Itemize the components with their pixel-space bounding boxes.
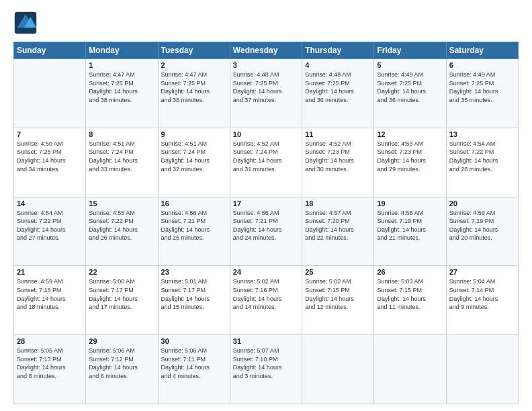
day-number: 10 [233,130,299,138]
day-cell: 19Sunrise: 4:58 AM Sunset: 7:19 PM Dayli… [374,197,446,266]
day-info: Sunrise: 4:47 AM Sunset: 7:25 PM Dayligh… [89,71,154,104]
logo [13,11,40,35]
day-info: Sunrise: 4:51 AM Sunset: 7:24 PM Dayligh… [89,140,154,173]
day-info: Sunrise: 4:48 AM Sunset: 7:25 PM Dayligh… [233,71,299,104]
day-number: 27 [449,268,515,276]
day-number: 15 [89,199,154,208]
day-info: Sunrise: 4:57 AM Sunset: 7:20 PM Dayligh… [305,209,371,242]
day-info: Sunrise: 4:49 AM Sunset: 7:25 PM Dayligh… [449,71,515,104]
day-cell: 9Sunrise: 4:51 AM Sunset: 7:24 PM Daylig… [158,128,230,197]
day-cell: 14Sunrise: 4:54 AM Sunset: 7:22 PM Dayli… [14,197,86,266]
day-info: Sunrise: 4:55 AM Sunset: 7:22 PM Dayligh… [89,209,154,242]
day-cell: 31Sunrise: 5:07 AM Sunset: 7:10 PM Dayli… [230,335,302,404]
day-cell: 3Sunrise: 4:48 AM Sunset: 7:25 PM Daylig… [230,59,302,128]
week-row-3: 14Sunrise: 4:54 AM Sunset: 7:22 PM Dayli… [14,197,519,266]
day-number: 29 [89,337,154,345]
day-cell: 1Sunrise: 4:47 AM Sunset: 7:25 PM Daylig… [86,59,158,128]
day-number: 25 [305,268,371,276]
weekday-header-wednesday: Wednesday [230,42,302,59]
day-info: Sunrise: 5:05 AM Sunset: 7:13 PM Dayligh… [17,347,83,380]
day-info: Sunrise: 5:04 AM Sunset: 7:14 PM Dayligh… [449,277,515,311]
day-number: 26 [377,268,443,276]
day-info: Sunrise: 4:51 AM Sunset: 7:24 PM Dayligh… [161,140,227,173]
day-info: Sunrise: 4:59 AM Sunset: 7:19 PM Dayligh… [449,209,515,242]
day-cell [446,335,518,404]
day-info: Sunrise: 4:49 AM Sunset: 7:25 PM Dayligh… [377,71,443,104]
calendar-body: 1Sunrise: 4:47 AM Sunset: 7:25 PM Daylig… [14,59,519,404]
day-number: 12 [377,130,443,138]
day-number: 31 [233,337,299,345]
day-cell: 29Sunrise: 5:06 AM Sunset: 7:12 PM Dayli… [86,335,158,404]
day-info: Sunrise: 4:54 AM Sunset: 7:22 PM Dayligh… [17,209,83,242]
header [13,11,519,35]
day-info: Sunrise: 4:52 AM Sunset: 7:24 PM Dayligh… [233,140,299,173]
day-cell: 25Sunrise: 5:02 AM Sunset: 7:15 PM Dayli… [302,266,374,335]
day-info: Sunrise: 5:07 AM Sunset: 7:10 PM Dayligh… [233,347,299,380]
day-cell: 5Sunrise: 4:49 AM Sunset: 7:25 PM Daylig… [374,59,446,128]
weekday-row: SundayMondayTuesdayWednesdayThursdayFrid… [14,42,519,59]
day-cell: 20Sunrise: 4:59 AM Sunset: 7:19 PM Dayli… [446,197,518,266]
day-info: Sunrise: 5:06 AM Sunset: 7:11 PM Dayligh… [161,347,227,380]
weekday-header-monday: Monday [86,42,158,59]
day-info: Sunrise: 5:03 AM Sunset: 7:15 PM Dayligh… [377,277,443,311]
day-info: Sunrise: 4:48 AM Sunset: 7:25 PM Dayligh… [305,71,371,104]
calendar-header: SundayMondayTuesdayWednesdayThursdayFrid… [14,42,519,59]
day-number: 4 [305,61,371,69]
day-cell: 13Sunrise: 4:54 AM Sunset: 7:22 PM Dayli… [446,128,518,197]
day-cell: 15Sunrise: 4:55 AM Sunset: 7:22 PM Dayli… [86,197,158,266]
day-cell: 27Sunrise: 5:04 AM Sunset: 7:14 PM Dayli… [446,266,518,335]
day-number: 6 [449,61,515,69]
day-cell: 22Sunrise: 5:00 AM Sunset: 7:17 PM Dayli… [86,266,158,335]
day-cell: 18Sunrise: 4:57 AM Sunset: 7:20 PM Dayli… [302,197,374,266]
day-cell: 30Sunrise: 5:06 AM Sunset: 7:11 PM Dayli… [158,335,230,404]
day-info: Sunrise: 4:54 AM Sunset: 7:22 PM Dayligh… [449,140,515,173]
day-number: 17 [233,199,299,208]
day-number: 1 [89,61,154,69]
day-number: 18 [305,199,371,208]
day-cell: 8Sunrise: 4:51 AM Sunset: 7:24 PM Daylig… [86,128,158,197]
calendar-table: SundayMondayTuesdayWednesdayThursdayFrid… [13,42,519,404]
day-number: 20 [449,199,515,208]
day-number: 3 [233,61,299,69]
day-number: 9 [161,130,227,138]
day-info: Sunrise: 4:52 AM Sunset: 7:23 PM Dayligh… [305,140,371,173]
day-cell: 24Sunrise: 5:02 AM Sunset: 7:16 PM Dayli… [230,266,302,335]
day-number: 8 [89,130,154,138]
day-number: 11 [305,130,371,138]
weekday-header-thursday: Thursday [302,42,374,59]
day-cell [14,59,86,128]
weekday-header-friday: Friday [374,42,446,59]
day-cell: 17Sunrise: 4:56 AM Sunset: 7:21 PM Dayli… [230,197,302,266]
day-info: Sunrise: 4:53 AM Sunset: 7:23 PM Dayligh… [377,140,443,173]
day-info: Sunrise: 5:06 AM Sunset: 7:12 PM Dayligh… [89,347,154,380]
day-number: 22 [89,268,154,276]
day-cell [302,335,374,404]
day-number: 28 [17,337,83,345]
day-number: 21 [17,268,83,276]
day-info: Sunrise: 4:59 AM Sunset: 7:18 PM Dayligh… [17,277,83,311]
week-row-2: 7Sunrise: 4:50 AM Sunset: 7:25 PM Daylig… [14,128,519,197]
week-row-1: 1Sunrise: 4:47 AM Sunset: 7:25 PM Daylig… [14,59,519,128]
day-info: Sunrise: 5:01 AM Sunset: 7:17 PM Dayligh… [161,277,227,311]
logo-icon [13,11,38,35]
weekday-header-sunday: Sunday [14,42,86,59]
day-cell: 21Sunrise: 4:59 AM Sunset: 7:18 PM Dayli… [14,266,86,335]
weekday-header-saturday: Saturday [446,42,518,59]
day-cell: 10Sunrise: 4:52 AM Sunset: 7:24 PM Dayli… [230,128,302,197]
day-number: 30 [161,337,227,345]
day-info: Sunrise: 5:02 AM Sunset: 7:15 PM Dayligh… [305,277,371,311]
day-info: Sunrise: 5:02 AM Sunset: 7:16 PM Dayligh… [233,277,299,311]
day-cell: 2Sunrise: 4:47 AM Sunset: 7:25 PM Daylig… [158,59,230,128]
day-cell: 26Sunrise: 5:03 AM Sunset: 7:15 PM Dayli… [374,266,446,335]
day-cell: 23Sunrise: 5:01 AM Sunset: 7:17 PM Dayli… [158,266,230,335]
day-info: Sunrise: 4:58 AM Sunset: 7:19 PM Dayligh… [377,209,443,242]
day-info: Sunrise: 4:56 AM Sunset: 7:21 PM Dayligh… [161,209,227,242]
day-info: Sunrise: 5:00 AM Sunset: 7:17 PM Dayligh… [89,277,154,311]
week-row-5: 28Sunrise: 5:05 AM Sunset: 7:13 PM Dayli… [14,335,519,404]
page: SundayMondayTuesdayWednesdayThursdayFrid… [0,0,532,411]
day-number: 14 [17,199,83,208]
day-number: 24 [233,268,299,276]
day-cell: 16Sunrise: 4:56 AM Sunset: 7:21 PM Dayli… [158,197,230,266]
day-cell: 7Sunrise: 4:50 AM Sunset: 7:25 PM Daylig… [14,128,86,197]
day-cell [374,335,446,404]
